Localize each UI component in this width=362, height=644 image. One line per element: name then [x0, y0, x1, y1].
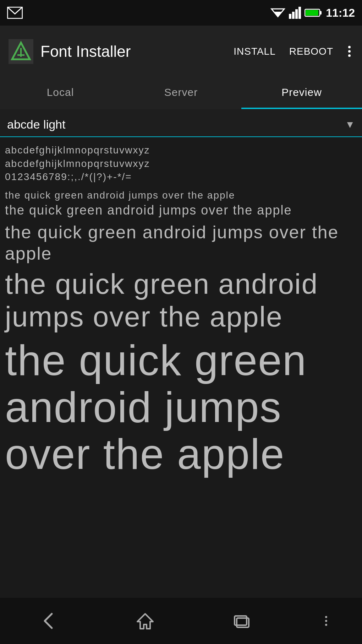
- numbers-row: 0123456789:;,./*(|?)+-*/=: [5, 171, 357, 183]
- svg-rect-8: [320, 11, 322, 15]
- status-bar: 11:12: [0, 0, 362, 26]
- nav-dot-2: [325, 620, 327, 622]
- email-icon: [7, 7, 23, 19]
- dot-2: [348, 50, 351, 53]
- phrase-xs-row: the quick green android jumps over the a…: [5, 202, 357, 218]
- phrase-sm-row: the quick green android jumps over the a…: [5, 222, 357, 264]
- phrase-md-row: the quick green android jumps over the a…: [5, 268, 357, 333]
- svg-rect-3: [289, 14, 291, 19]
- app-bar: Font Installer INSTALL REBOOT: [0, 26, 362, 77]
- install-button[interactable]: INSTALL: [232, 43, 277, 60]
- nav-dot-3: [325, 624, 327, 626]
- tab-preview[interactable]: Preview: [241, 77, 362, 109]
- dropdown-arrow-icon[interactable]: ▼: [345, 119, 355, 130]
- overflow-menu-button[interactable]: [345, 43, 353, 60]
- status-right: 11:12: [270, 6, 355, 20]
- recents-icon: [232, 611, 252, 631]
- app-logo-icon: [10, 41, 32, 62]
- phrase-lg-row: the quick green android jumps over the a…: [5, 337, 357, 477]
- alphabet-lowercase-row: abcdefghijklmnopqrstuvwxyz: [5, 144, 357, 156]
- preview-text-input[interactable]: [7, 113, 345, 136]
- svg-rect-9: [306, 10, 318, 16]
- search-row: ▼: [7, 113, 355, 136]
- phrase-xxs-row: the quick green android jumps over the a…: [5, 189, 357, 201]
- app-bar-actions: INSTALL REBOOT: [232, 43, 353, 60]
- svg-rect-6: [298, 7, 301, 19]
- nav-overflow-button[interactable]: [325, 616, 327, 626]
- app-title: Font Installer: [40, 43, 225, 60]
- tab-server[interactable]: Server: [121, 77, 241, 109]
- wifi-icon: [270, 7, 285, 19]
- preview-content: abcdefghijklmnopqrstuvwxyz abcdefghijklm…: [0, 137, 362, 598]
- status-left: [7, 7, 23, 19]
- recents-button[interactable]: [228, 607, 255, 634]
- dot-3: [348, 54, 351, 57]
- signal-icon: [289, 7, 301, 19]
- dot-1: [348, 46, 351, 48]
- nav-dot-1: [325, 616, 327, 618]
- app-logo: [9, 39, 33, 64]
- search-area: ▼: [0, 109, 362, 137]
- svg-marker-13: [137, 614, 153, 629]
- reboot-button[interactable]: REBOOT: [288, 43, 335, 60]
- back-button[interactable]: [35, 607, 62, 634]
- battery-icon: [305, 8, 322, 18]
- status-time: 11:12: [326, 6, 355, 20]
- svg-marker-2: [273, 12, 283, 17]
- nav-bar: [0, 598, 362, 644]
- home-icon: [135, 611, 155, 631]
- back-icon: [38, 611, 58, 631]
- alphabet-uppercase-row: abcdefghijklmnopqrstuvwxyz: [5, 158, 357, 170]
- svg-rect-4: [292, 12, 295, 19]
- home-button[interactable]: [132, 607, 159, 634]
- tab-local[interactable]: Local: [0, 77, 121, 109]
- tabs: Local Server Preview: [0, 77, 362, 109]
- svg-rect-5: [295, 9, 298, 19]
